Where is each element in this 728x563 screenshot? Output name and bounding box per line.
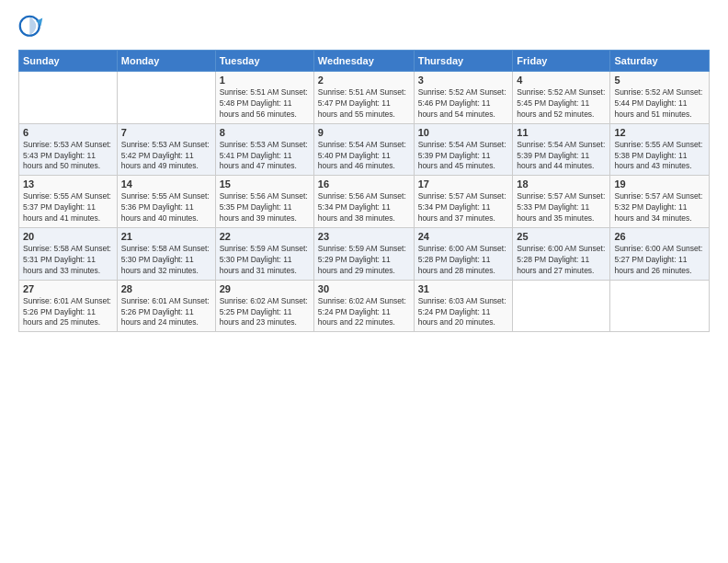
weekday-header: Thursday — [414, 51, 513, 72]
day-number: 16 — [318, 178, 410, 190]
day-number: 18 — [517, 178, 606, 190]
calendar-cell: 26Sunrise: 6:00 AM Sunset: 5:27 PM Dayli… — [610, 228, 710, 281]
calendar-cell — [117, 72, 215, 124]
calendar-cell: 20Sunrise: 5:58 AM Sunset: 5:31 PM Dayli… — [19, 228, 118, 281]
day-info: Sunrise: 5:51 AM Sunset: 5:47 PM Dayligh… — [318, 87, 410, 121]
page-header — [18, 15, 710, 40]
day-info: Sunrise: 6:01 AM Sunset: 5:26 PM Dayligh… — [121, 296, 211, 329]
day-number: 10 — [418, 127, 509, 138]
day-info: Sunrise: 5:53 AM Sunset: 5:43 PM Dayligh… — [23, 140, 113, 173]
calendar-cell: 1Sunrise: 5:51 AM Sunset: 5:48 PM Daylig… — [215, 72, 313, 124]
day-info: Sunrise: 5:54 AM Sunset: 5:39 PM Dayligh… — [418, 140, 509, 173]
calendar-cell: 15Sunrise: 5:56 AM Sunset: 5:35 PM Dayli… — [215, 176, 313, 228]
calendar-cell: 28Sunrise: 6:01 AM Sunset: 5:26 PM Dayli… — [117, 280, 215, 332]
day-number: 12 — [614, 127, 705, 138]
day-info: Sunrise: 6:01 AM Sunset: 5:26 PM Dayligh… — [23, 296, 113, 329]
weekday-header: Tuesday — [215, 51, 313, 72]
day-number: 2 — [318, 75, 410, 86]
week-row: 6Sunrise: 5:53 AM Sunset: 5:43 PM Daylig… — [19, 123, 710, 176]
calendar-table: SundayMondayTuesdayWednesdayThursdayFrid… — [18, 50, 710, 332]
day-info: Sunrise: 5:57 AM Sunset: 5:33 PM Dayligh… — [517, 191, 606, 224]
day-info: Sunrise: 5:57 AM Sunset: 5:34 PM Dayligh… — [418, 191, 509, 224]
day-info: Sunrise: 5:55 AM Sunset: 5:38 PM Dayligh… — [614, 140, 705, 173]
day-info: Sunrise: 5:54 AM Sunset: 5:40 PM Dayligh… — [318, 140, 410, 173]
day-number: 7 — [121, 127, 211, 138]
day-number: 22 — [220, 231, 310, 242]
day-info: Sunrise: 5:58 AM Sunset: 5:30 PM Dayligh… — [121, 244, 211, 277]
calendar-cell: 11Sunrise: 5:54 AM Sunset: 5:39 PM Dayli… — [513, 123, 610, 176]
day-number: 4 — [517, 75, 606, 86]
logo-icon — [18, 15, 44, 40]
day-number: 1 — [220, 75, 310, 86]
day-info: Sunrise: 5:55 AM Sunset: 5:36 PM Dayligh… — [121, 191, 211, 224]
weekday-header: Sunday — [19, 51, 118, 72]
day-info: Sunrise: 5:54 AM Sunset: 5:39 PM Dayligh… — [517, 140, 606, 173]
calendar-cell: 2Sunrise: 5:51 AM Sunset: 5:47 PM Daylig… — [313, 72, 414, 124]
calendar-cell: 6Sunrise: 5:53 AM Sunset: 5:43 PM Daylig… — [19, 123, 118, 176]
day-number: 8 — [220, 127, 310, 138]
calendar-cell: 7Sunrise: 5:53 AM Sunset: 5:42 PM Daylig… — [117, 123, 215, 176]
week-row: 13Sunrise: 5:55 AM Sunset: 5:37 PM Dayli… — [19, 176, 710, 228]
calendar-cell: 29Sunrise: 6:02 AM Sunset: 5:25 PM Dayli… — [215, 280, 313, 332]
calendar-cell: 27Sunrise: 6:01 AM Sunset: 5:26 PM Dayli… — [19, 280, 118, 332]
calendar-cell: 12Sunrise: 5:55 AM Sunset: 5:38 PM Dayli… — [610, 123, 710, 176]
day-info: Sunrise: 6:00 AM Sunset: 5:27 PM Dayligh… — [614, 244, 705, 277]
day-info: Sunrise: 6:03 AM Sunset: 5:24 PM Dayligh… — [418, 296, 509, 329]
day-info: Sunrise: 5:55 AM Sunset: 5:37 PM Dayligh… — [23, 191, 113, 224]
day-info: Sunrise: 5:58 AM Sunset: 5:31 PM Dayligh… — [23, 244, 113, 277]
day-number: 20 — [23, 231, 113, 242]
calendar-cell: 5Sunrise: 5:52 AM Sunset: 5:44 PM Daylig… — [610, 72, 710, 124]
day-number: 14 — [121, 178, 211, 190]
calendar-cell: 14Sunrise: 5:55 AM Sunset: 5:36 PM Dayli… — [117, 176, 215, 228]
day-number: 25 — [517, 231, 606, 242]
day-info: Sunrise: 6:00 AM Sunset: 5:28 PM Dayligh… — [418, 244, 509, 277]
calendar-cell: 17Sunrise: 5:57 AM Sunset: 5:34 PM Dayli… — [414, 176, 513, 228]
day-number: 27 — [23, 283, 113, 294]
day-number: 17 — [418, 178, 509, 190]
calendar-cell: 9Sunrise: 5:54 AM Sunset: 5:40 PM Daylig… — [313, 123, 414, 176]
day-info: Sunrise: 5:52 AM Sunset: 5:44 PM Dayligh… — [614, 87, 705, 121]
day-info: Sunrise: 5:52 AM Sunset: 5:45 PM Dayligh… — [517, 87, 606, 121]
day-number: 5 — [614, 75, 705, 86]
weekday-header: Monday — [117, 51, 215, 72]
calendar-cell: 4Sunrise: 5:52 AM Sunset: 5:45 PM Daylig… — [513, 72, 610, 124]
calendar-cell: 21Sunrise: 5:58 AM Sunset: 5:30 PM Dayli… — [117, 228, 215, 281]
day-info: Sunrise: 6:00 AM Sunset: 5:28 PM Dayligh… — [517, 244, 606, 277]
day-number: 11 — [517, 127, 606, 138]
calendar-cell: 22Sunrise: 5:59 AM Sunset: 5:30 PM Dayli… — [215, 228, 313, 281]
calendar-cell: 3Sunrise: 5:52 AM Sunset: 5:46 PM Daylig… — [414, 72, 513, 124]
calendar-page: SundayMondayTuesdayWednesdayThursdayFrid… — [0, 0, 728, 563]
weekday-header: Wednesday — [313, 51, 414, 72]
day-number: 28 — [121, 283, 211, 294]
day-number: 9 — [318, 127, 410, 138]
calendar-cell: 18Sunrise: 5:57 AM Sunset: 5:33 PM Dayli… — [513, 176, 610, 228]
day-number: 29 — [220, 283, 310, 294]
day-info: Sunrise: 6:02 AM Sunset: 5:24 PM Dayligh… — [318, 296, 410, 329]
day-number: 6 — [23, 127, 113, 138]
day-number: 15 — [220, 178, 310, 190]
weekday-header-row: SundayMondayTuesdayWednesdayThursdayFrid… — [19, 51, 710, 72]
day-number: 19 — [614, 178, 705, 190]
day-info: Sunrise: 6:02 AM Sunset: 5:25 PM Dayligh… — [220, 296, 310, 329]
logo — [18, 15, 48, 40]
day-info: Sunrise: 5:56 AM Sunset: 5:35 PM Dayligh… — [220, 191, 310, 224]
calendar-cell: 23Sunrise: 5:59 AM Sunset: 5:29 PM Dayli… — [313, 228, 414, 281]
calendar-cell: 19Sunrise: 5:57 AM Sunset: 5:32 PM Dayli… — [610, 176, 710, 228]
day-number: 26 — [614, 231, 705, 242]
calendar-cell: 31Sunrise: 6:03 AM Sunset: 5:24 PM Dayli… — [414, 280, 513, 332]
week-row: 1Sunrise: 5:51 AM Sunset: 5:48 PM Daylig… — [19, 72, 710, 124]
day-number: 3 — [418, 75, 509, 86]
day-number: 31 — [418, 283, 509, 294]
weekday-header: Saturday — [610, 51, 710, 72]
calendar-cell: 30Sunrise: 6:02 AM Sunset: 5:24 PM Dayli… — [313, 280, 414, 332]
calendar-cell — [19, 72, 118, 124]
calendar-cell: 8Sunrise: 5:53 AM Sunset: 5:41 PM Daylig… — [215, 123, 313, 176]
day-info: Sunrise: 5:51 AM Sunset: 5:48 PM Dayligh… — [220, 87, 310, 121]
day-info: Sunrise: 5:56 AM Sunset: 5:34 PM Dayligh… — [318, 191, 410, 224]
calendar-cell: 24Sunrise: 6:00 AM Sunset: 5:28 PM Dayli… — [414, 228, 513, 281]
day-number: 30 — [318, 283, 410, 294]
calendar-cell: 16Sunrise: 5:56 AM Sunset: 5:34 PM Dayli… — [313, 176, 414, 228]
week-row: 20Sunrise: 5:58 AM Sunset: 5:31 PM Dayli… — [19, 228, 710, 281]
calendar-cell: 10Sunrise: 5:54 AM Sunset: 5:39 PM Dayli… — [414, 123, 513, 176]
calendar-cell: 13Sunrise: 5:55 AM Sunset: 5:37 PM Dayli… — [19, 176, 118, 228]
